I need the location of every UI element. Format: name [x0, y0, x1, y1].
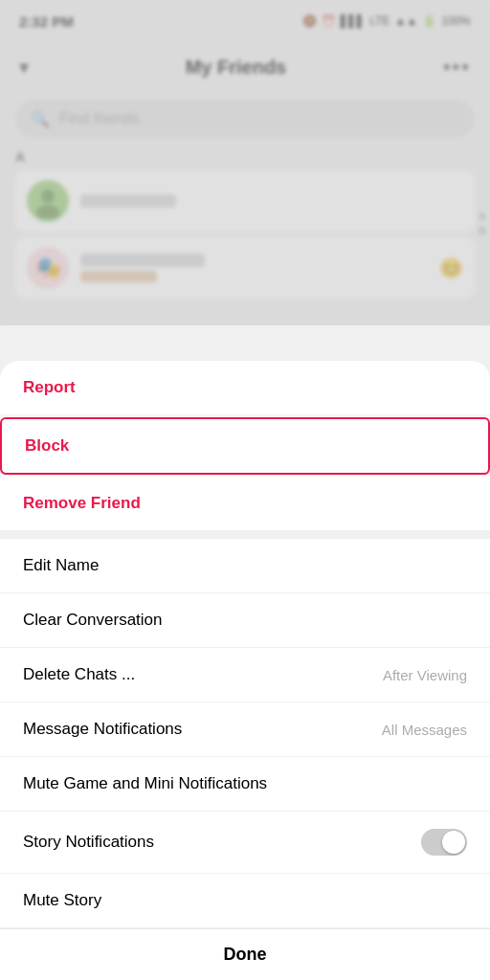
block-label: Block — [25, 436, 69, 456]
delete-chats-menu-item[interactable]: Delete Chats ... After Viewing — [0, 648, 490, 702]
mute-game-notifications-label: Mute Game and Mini Notifications — [23, 774, 267, 793]
block-menu-item[interactable]: Block — [0, 417, 490, 475]
remove-friend-label: Remove Friend — [23, 494, 141, 513]
overlay-background — [0, 0, 490, 325]
done-label: Done — [224, 945, 267, 964]
clear-conversation-menu-item[interactable]: Clear Conversation — [0, 593, 490, 648]
message-notifications-label: Message Notifications — [23, 720, 182, 739]
mute-story-label: Mute Story — [23, 891, 101, 910]
delete-chats-value: After Viewing — [383, 667, 467, 683]
message-notifications-value: All Messages — [382, 722, 467, 738]
story-notifications-label: Story Notifications — [23, 833, 154, 852]
edit-name-label: Edit Name — [23, 556, 99, 575]
message-notifications-menu-item[interactable]: Message Notifications All Messages — [0, 702, 490, 757]
report-label: Report — [23, 378, 76, 397]
done-button[interactable]: Done — [0, 928, 490, 980]
mute-story-menu-item[interactable]: Mute Story — [0, 874, 490, 928]
story-notifications-toggle[interactable] — [421, 829, 467, 856]
bottom-sheet: Report Block Remove Friend Edit Name Cle… — [0, 361, 490, 980]
clear-conversation-label: Clear Conversation — [23, 611, 163, 630]
report-menu-item[interactable]: Report — [0, 361, 490, 415]
story-notifications-menu-item[interactable]: Story Notifications — [0, 812, 490, 874]
toggle-knob — [442, 831, 465, 854]
remove-friend-menu-item[interactable]: Remove Friend — [0, 477, 490, 531]
edit-name-menu-item[interactable]: Edit Name — [0, 539, 490, 593]
delete-chats-label: Delete Chats ... — [23, 665, 135, 684]
mute-game-notifications-menu-item[interactable]: Mute Game and Mini Notifications — [0, 757, 490, 812]
divider-1 — [0, 531, 490, 539]
